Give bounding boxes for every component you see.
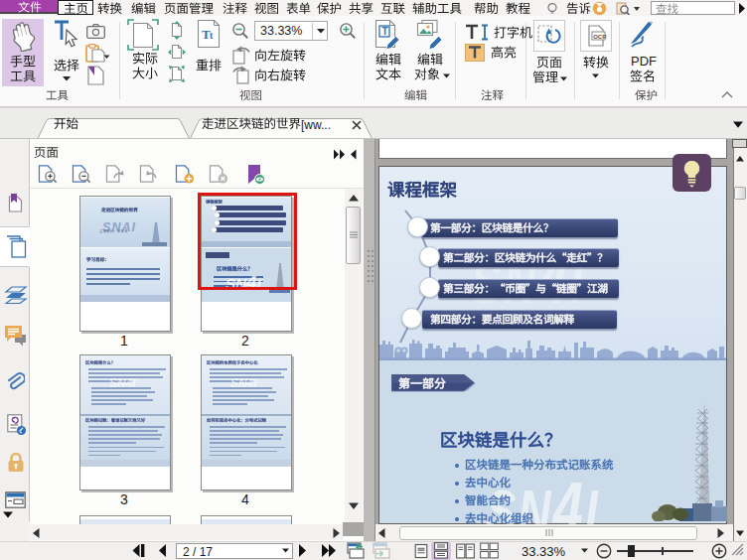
- svg-text:OCR: OCR: [593, 34, 607, 40]
- svg-text:T: T: [381, 26, 387, 37]
